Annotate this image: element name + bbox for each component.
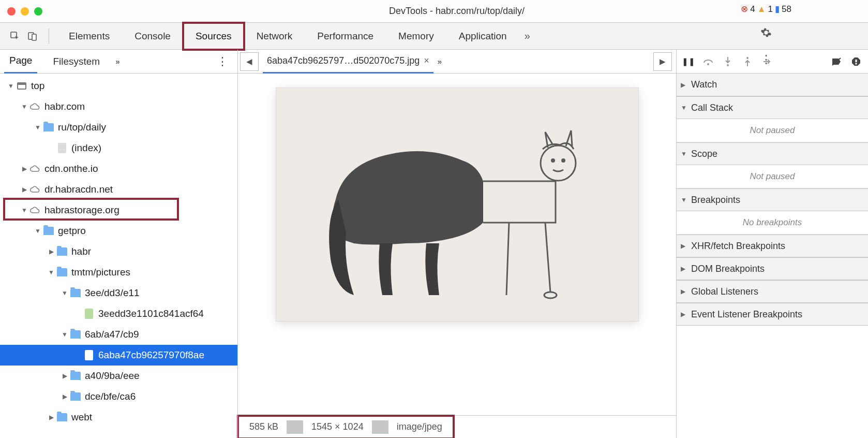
tree-row[interactable]: ▼top [0, 76, 237, 96]
tree-row[interactable]: ▼getpro [0, 221, 237, 241]
settings-icon[interactable] [757, 24, 775, 41]
section-label: DOM Breakpoints [691, 264, 765, 274]
file-icon [57, 143, 67, 153]
navigator-kebab-icon[interactable]: ⋮ [212, 55, 233, 68]
folder-icon [70, 391, 81, 402]
svg-rect-15 [856, 60, 857, 62]
section-header[interactable]: ▶Event Listener Breakpoints [677, 303, 868, 326]
section-header[interactable]: ▶DOM Breakpoints [677, 257, 868, 280]
tree-row[interactable]: ▼habr.com [0, 96, 237, 117]
tab-sources[interactable]: Sources [183, 23, 244, 50]
message-icon: ▮ [775, 4, 780, 14]
debugger-panel: ❚❚ ▶Watch▼Call StackNot paused▼ScopeNot … [677, 50, 868, 438]
chevron-icon: ▶ [681, 311, 688, 318]
svg-rect-16 [856, 63, 857, 64]
folder-icon [43, 122, 54, 133]
tree-label: tmtm/pictures [71, 267, 130, 278]
tab-elements[interactable]: Elements [56, 23, 122, 50]
svg-point-10 [707, 63, 709, 65]
tree-row[interactable]: ▶webt [0, 407, 237, 428]
section-header[interactable]: ▼Scope [677, 142, 868, 165]
step-into-icon[interactable] [721, 55, 735, 68]
step-over-icon[interactable] [701, 55, 715, 68]
pause-on-exceptions-icon[interactable] [849, 55, 863, 68]
tree-row[interactable]: 6aba47cb96257970f8ae [0, 345, 237, 366]
tree-row[interactable]: ▶a40/9ba/eee [0, 366, 237, 386]
warning-icon: ▲ [757, 4, 766, 14]
editor-file-tab[interactable]: 6aba47cb9625797…d502070c75.jpg × [263, 50, 433, 74]
section-header[interactable]: ▼Call Stack [677, 96, 868, 119]
console-counters[interactable]: ⊗4 ▲1 ▮58 [741, 4, 791, 14]
nav-prev-icon[interactable]: ◀ [240, 52, 259, 71]
tree-row[interactable]: ▶habr [0, 241, 237, 262]
more-tabs-icon[interactable]: » [519, 30, 535, 42]
tree-row[interactable]: ▼3ee/dd3/e11 [0, 283, 237, 303]
maximize-window-button[interactable] [34, 7, 42, 16]
cloud-icon [30, 205, 40, 215]
nav-next-icon[interactable]: ▶ [653, 52, 672, 71]
tab-console[interactable]: Console [122, 23, 183, 50]
tree-label: (index) [71, 142, 101, 154]
file-size: 585 kB [241, 421, 287, 432]
editor-more-tabs-icon[interactable]: » [438, 57, 442, 66]
gfile-icon [84, 309, 94, 319]
inspect-element-icon[interactable] [6, 27, 24, 45]
file-dimensions: 1545 × 1024 [303, 421, 372, 432]
error-count: 4 [750, 4, 755, 14]
folder-icon [57, 267, 67, 278]
navigator-tab-filesystem[interactable]: Filesystem [48, 50, 105, 74]
tree-row[interactable]: ▶dce/bfe/ca6 [0, 386, 237, 407]
step-icon[interactable] [760, 55, 774, 68]
navigator-tab-page[interactable]: Page [4, 50, 37, 74]
section-header[interactable]: ▶XHR/fetch Breakpoints [677, 235, 868, 257]
chevron-icon: ▶ [681, 242, 688, 250]
tree-row[interactable]: ▼tmtm/pictures [0, 262, 237, 283]
win-icon [17, 81, 27, 91]
chevron-icon: ▼ [681, 150, 688, 157]
pause-icon[interactable]: ❚❚ [682, 55, 695, 68]
tree-label: 6aba47cb96257970f8ae [98, 349, 204, 361]
chevron-icon: ▶ [681, 265, 688, 272]
close-tab-icon[interactable]: × [424, 55, 429, 66]
tree-label: getpro [58, 225, 86, 237]
section-header[interactable]: ▼Breakpoints [677, 188, 868, 211]
close-window-button[interactable] [7, 7, 16, 16]
debugger-toolbar: ❚❚ [677, 50, 868, 74]
tab-application[interactable]: Application [446, 23, 519, 50]
section-label: Watch [691, 79, 717, 90]
device-toolbar-icon[interactable] [24, 27, 41, 45]
tree-row[interactable]: (index) [0, 138, 237, 158]
tree-row[interactable]: ▶cdn.onthe.io [0, 158, 237, 179]
tree-row[interactable]: ▶dr.habracdn.net [0, 179, 237, 200]
minimize-window-button[interactable] [21, 7, 29, 16]
tab-network[interactable]: Network [244, 23, 305, 50]
section-header[interactable]: ▶Global Listeners [677, 280, 868, 303]
deactivate-breakpoints-icon[interactable] [830, 55, 843, 68]
error-icon: ⊗ [741, 4, 748, 14]
file-tree[interactable]: ▼top▼habr.com▼ru/top/daily(index)▶cdn.on… [0, 74, 237, 438]
section-label: Event Listener Breakpoints [691, 309, 802, 320]
section-label: Call Stack [691, 103, 733, 113]
tree-label: dr.habracdn.net [44, 184, 113, 195]
image-preview-area [238, 74, 676, 415]
cloud-icon [30, 164, 40, 174]
divider [287, 420, 303, 434]
tab-performance[interactable]: Performance [305, 23, 386, 50]
tree-label: top [31, 80, 44, 92]
step-out-icon[interactable] [741, 55, 754, 68]
tree-row[interactable]: ▼6ab/a47/cb9 [0, 324, 237, 345]
tree-row[interactable]: ▼ru/top/daily [0, 117, 237, 138]
section-body: Not paused [677, 119, 868, 142]
chevron-icon: ▶ [681, 288, 688, 295]
navigator-more-tabs-icon[interactable]: » [115, 57, 119, 66]
message-count: 58 [782, 4, 791, 14]
tree-row[interactable]: ▼habrastorage.org [0, 200, 237, 221]
tree-row[interactable]: 3eedd3e1101c841acf64 [0, 303, 237, 324]
source-viewer: ◀ 6aba47cb9625797…d502070c75.jpg × » ▶ [238, 50, 677, 438]
chevron-icon: ▼ [681, 104, 688, 111]
devtools-tabbar: Elements Console Sources Network Perform… [0, 23, 868, 50]
section-header[interactable]: ▶Watch [677, 74, 868, 96]
tab-memory[interactable]: Memory [386, 23, 446, 50]
cloud-icon [30, 184, 40, 195]
section-label: Global Listeners [691, 286, 758, 297]
